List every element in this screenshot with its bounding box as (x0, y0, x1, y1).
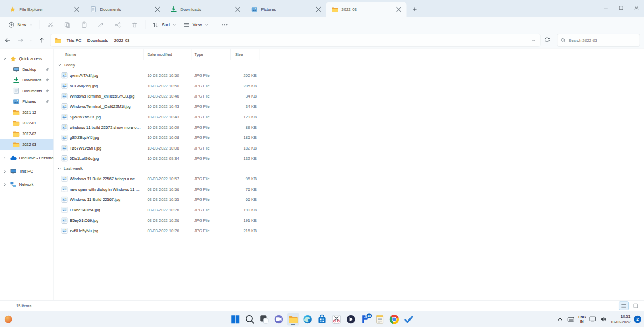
new-button[interactable]: New (5, 19, 36, 30)
delete-button[interactable] (127, 18, 142, 31)
tab-close-button[interactable] (314, 5, 323, 13)
rename-button[interactable] (93, 18, 108, 31)
column-header-label: Name (65, 52, 76, 57)
taskbar-app-notepad[interactable] (374, 313, 386, 326)
sidebar-item-2022-02[interactable]: 2022-02 (0, 128, 53, 139)
new-tab-button[interactable] (409, 4, 420, 14)
sort-button[interactable]: Sort (149, 19, 180, 30)
sidebar-item-2022-01[interactable]: 2022-01 (0, 117, 53, 128)
address-bar[interactable]: This PCDownloads2022-03 (50, 34, 541, 47)
file-row[interactable]: B5ey51tC69.jpg03-03-2022 10:26JPG File19… (54, 215, 644, 225)
chevron-right-icon[interactable] (2, 169, 8, 173)
taskbar-app-chat[interactable] (273, 313, 286, 326)
file-row[interactable]: windows 11 build 22572 show more opti...… (54, 122, 644, 132)
view-button[interactable]: View (180, 19, 212, 30)
notification-count-badge[interactable]: 2 (634, 316, 641, 323)
taskbar-app-p-app[interactable]: 18 (359, 313, 372, 326)
taskbar-app-todo-check[interactable] (402, 313, 415, 326)
copy-button[interactable] (60, 18, 75, 31)
forward-button[interactable] (14, 34, 27, 47)
tab-close-button[interactable] (394, 5, 403, 13)
column-header-size[interactable]: Size (230, 49, 260, 60)
chevron-down-icon[interactable] (2, 56, 8, 61)
taskbar-app-search[interactable] (244, 313, 257, 326)
sidebar-item-2022-03[interactable]: 2022-03 (0, 139, 53, 150)
back-button[interactable] (2, 34, 14, 47)
taskbar-app-media-player[interactable] (345, 313, 357, 326)
file-row[interactable]: zvf9He5yNu.jpg03-03-2022 10:26JPG File21… (54, 226, 644, 236)
search-input[interactable] (568, 38, 636, 43)
file-date-modified: 03-03-2022 10:57 (144, 176, 191, 181)
tab-downloads[interactable]: Downloads (165, 2, 246, 17)
file-row[interactable]: L8kbe1AHYA.jpg03-03-2022 10:26JPG File19… (54, 205, 644, 215)
up-button[interactable] (35, 34, 48, 47)
file-row[interactable]: qxnmAfTA8f.jpg10-03-2022 10:50JPG File20… (54, 70, 644, 80)
taskbar-app-edge[interactable] (301, 313, 314, 326)
large-icons-view-button[interactable] (631, 301, 641, 310)
refresh-button[interactable] (541, 34, 554, 47)
touch-keyboard-button[interactable] (566, 313, 576, 326)
column-header-name[interactable]: Name (61, 49, 144, 60)
network-button[interactable] (588, 313, 598, 326)
file-row[interactable]: SjW2KYb6ZB.jpg10-03-2022 10:43JPG File12… (54, 112, 644, 122)
address-dropdown-button[interactable] (528, 35, 538, 46)
volume-button[interactable] (598, 313, 609, 326)
file-row[interactable]: oCGWljZcnj.jpg10-03-2022 10:50JPG File20… (54, 80, 644, 91)
group-header-last-week[interactable]: Last week (54, 164, 644, 174)
tab-label: 2022-03 (341, 7, 391, 12)
file-row[interactable]: WindowsTerminal_jOaf6Z2M1i.jpg10-03-2022… (54, 101, 644, 112)
column-header-date-modified[interactable]: Date modified (144, 49, 191, 60)
hidden-icons-button[interactable] (555, 313, 566, 326)
taskbar-app-task-view[interactable] (258, 313, 271, 326)
sidebar-item-pictures[interactable]: Pictures (0, 96, 53, 107)
taskbar-corner-icon[interactable] (5, 316, 12, 323)
sidebar-item-2021-12[interactable]: 2021-12 (0, 107, 53, 117)
language-switcher[interactable]: ENG IN (577, 313, 587, 326)
paste-button[interactable] (77, 18, 92, 31)
more-options-button[interactable] (217, 18, 232, 31)
sidebar-item-onedrive-personal[interactable]: OneDrive - Personal (0, 152, 53, 163)
maximize-button[interactable] (613, 0, 629, 16)
cut-button[interactable] (43, 18, 58, 31)
tab-pictures[interactable]: Pictures (246, 2, 326, 17)
share-button[interactable] (111, 18, 126, 31)
group-header-today[interactable]: Today (54, 60, 644, 70)
taskbar-app-store[interactable] (316, 313, 328, 326)
tab-documents[interactable]: Documents (85, 2, 165, 17)
minimize-button[interactable] (598, 0, 613, 16)
sidebar-item-label: OneDrive - Personal (19, 155, 54, 160)
tab-file-explorer[interactable]: File Explorer (4, 2, 85, 17)
sidebar-item-desktop[interactable]: Desktop (0, 64, 53, 75)
back-arrow-icon (4, 37, 11, 44)
sidebar-item-downloads[interactable]: Downloads (0, 75, 53, 85)
breadcrumb-downloads[interactable]: Downloads (85, 37, 110, 44)
chevron-right-icon[interactable] (2, 182, 8, 187)
tab-close-button[interactable] (72, 5, 81, 13)
taskbar-app-file-explorer[interactable] (287, 313, 299, 326)
file-row[interactable]: WindowsTerminal_khHcesSYCB.jpg10-03-2022… (54, 91, 644, 101)
file-row[interactable]: Windows 11 Build 22567.jpg03-03-2022 10:… (54, 195, 644, 205)
file-row[interactable]: 0Du1LulG6o.jpg10-03-2022 09:34JPG File13… (54, 153, 644, 164)
tab-close-button[interactable] (233, 5, 242, 13)
sidebar-item-quick-access[interactable]: Quick access (0, 53, 53, 64)
close-button[interactable] (628, 0, 644, 16)
sidebar-item-this-pc[interactable]: This PC (0, 166, 53, 176)
clock[interactable]: 10:51 10-03-2022 (609, 313, 632, 326)
taskbar-app-start[interactable] (229, 313, 242, 326)
file-row[interactable]: new open with dialog in Windows 11 Buil.… (54, 184, 644, 194)
column-header-type[interactable]: Type (191, 49, 231, 60)
tab-2022-03[interactable]: 2022-03 (326, 2, 407, 17)
file-row[interactable]: gSXZBqcYIJ.jpg10-03-2022 10:08JPG File18… (54, 132, 644, 143)
sidebar-item-documents[interactable]: Documents (0, 85, 53, 96)
details-view-button[interactable] (619, 301, 629, 310)
breadcrumb-this-pc[interactable]: This PC (64, 37, 84, 44)
tab-close-button[interactable] (153, 5, 162, 13)
taskbar-app-chrome[interactable] (388, 313, 401, 326)
breadcrumb-2022-03[interactable]: 2022-03 (112, 37, 131, 44)
recent-locations-button[interactable] (27, 34, 35, 47)
taskbar-app-snipping-tool[interactable] (330, 313, 343, 326)
file-row[interactable]: Tz67W1vcMH.jpg10-03-2022 10:08JPG File18… (54, 143, 644, 153)
file-row[interactable]: Windows 11 Build 22567 brings a new op..… (54, 174, 644, 184)
chevron-right-icon[interactable] (2, 155, 8, 160)
sidebar-item-network[interactable]: Network (0, 179, 53, 190)
